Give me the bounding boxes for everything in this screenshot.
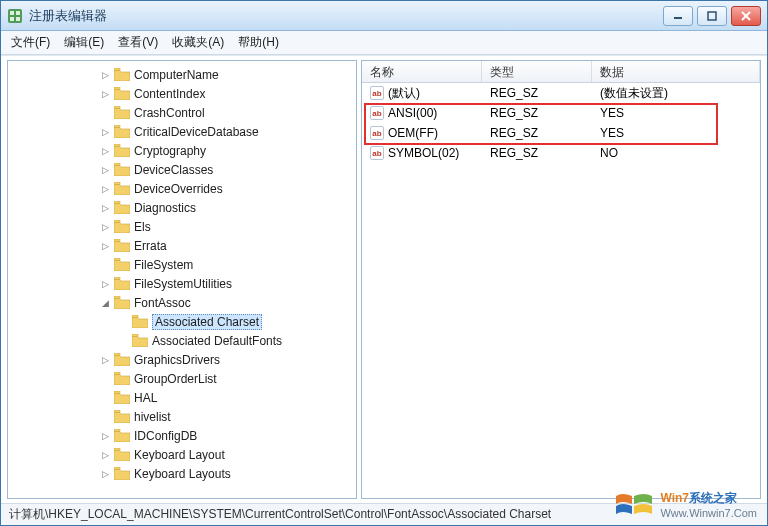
tree-item-label: IDConfigDB xyxy=(134,429,197,443)
minimize-button[interactable] xyxy=(663,6,693,26)
svg-rect-25 xyxy=(114,372,120,375)
svg-rect-14 xyxy=(114,163,120,166)
tree-item-label: CriticalDeviceDatabase xyxy=(134,125,259,139)
tree-item-label: hivelist xyxy=(134,410,171,424)
svg-rect-18 xyxy=(114,239,120,242)
tree-pane[interactable]: ▷ComputerName▷ContentIndexCrashControl▷C… xyxy=(7,60,357,499)
expand-icon[interactable]: ▷ xyxy=(98,429,112,443)
expand-icon[interactable]: ▷ xyxy=(98,163,112,177)
tree-item-label: ComputerName xyxy=(134,68,219,82)
svg-rect-12 xyxy=(114,125,120,128)
tree-item[interactable]: Associated Charset xyxy=(8,312,356,331)
value-row[interactable]: abANSI(00)REG_SZYES xyxy=(362,103,760,123)
tree-item[interactable]: ▷Keyboard Layouts xyxy=(8,464,356,483)
tree-item-label: Cryptography xyxy=(134,144,206,158)
tree-item-label: GraphicsDrivers xyxy=(134,353,220,367)
expand-icon[interactable]: ▷ xyxy=(98,277,112,291)
menu-file[interactable]: 文件(F) xyxy=(11,34,50,51)
tree-item[interactable]: ▷FileSystemUtilities xyxy=(8,274,356,293)
svg-rect-29 xyxy=(114,448,120,451)
value-row[interactable]: abSYMBOL(02)REG_SZNO xyxy=(362,143,760,163)
svg-rect-28 xyxy=(114,429,120,432)
folder-icon xyxy=(114,144,130,157)
tree-item[interactable]: FileSystem xyxy=(8,255,356,274)
collapse-icon[interactable]: ◢ xyxy=(98,296,112,310)
tree-item[interactable]: ▷DeviceClasses xyxy=(8,160,356,179)
expand-icon[interactable]: ▷ xyxy=(98,239,112,253)
maximize-icon xyxy=(707,11,717,21)
expand-icon[interactable]: ▷ xyxy=(98,220,112,234)
tree-item[interactable]: ▷DeviceOverrides xyxy=(8,179,356,198)
expand-icon[interactable]: ▷ xyxy=(98,182,112,196)
folder-icon xyxy=(114,467,130,480)
tree-item[interactable]: ▷CriticalDeviceDatabase xyxy=(8,122,356,141)
tree-item[interactable]: GroupOrderList xyxy=(8,369,356,388)
tree-item[interactable]: ▷GraphicsDrivers xyxy=(8,350,356,369)
tree-item[interactable]: ▷ComputerName xyxy=(8,65,356,84)
svg-rect-10 xyxy=(114,87,120,90)
expand-icon[interactable]: ▷ xyxy=(98,467,112,481)
app-window: 注册表编辑器 文件(F) 编辑(E) 查看(V) 收藏夹(A) 帮助(H) ▷C… xyxy=(0,0,768,526)
titlebar[interactable]: 注册表编辑器 xyxy=(1,1,767,31)
svg-rect-23 xyxy=(132,334,138,337)
value-data: NO xyxy=(592,146,760,160)
folder-icon xyxy=(114,106,130,119)
svg-rect-11 xyxy=(114,106,120,109)
tree-item[interactable]: ▷Diagnostics xyxy=(8,198,356,217)
value-data: YES xyxy=(592,126,760,140)
tree-item[interactable]: Associated DefaultFonts xyxy=(8,331,356,350)
menu-favorites[interactable]: 收藏夹(A) xyxy=(172,34,224,51)
maximize-button[interactable] xyxy=(697,6,727,26)
tree-item-label: ContentIndex xyxy=(134,87,205,101)
tree-item[interactable]: ◢FontAssoc xyxy=(8,293,356,312)
folder-icon xyxy=(114,201,130,214)
value-row[interactable]: ab(默认)REG_SZ(数值未设置) xyxy=(362,83,760,103)
grid-body: ab(默认)REG_SZ(数值未设置)abANSI(00)REG_SZYESab… xyxy=(362,83,760,498)
svg-rect-13 xyxy=(114,144,120,147)
toggle-spacer xyxy=(116,334,130,348)
expand-icon[interactable]: ▷ xyxy=(98,201,112,215)
expand-icon[interactable]: ▷ xyxy=(98,144,112,158)
tree-item[interactable]: hivelist xyxy=(8,407,356,426)
col-header-name[interactable]: 名称 xyxy=(362,61,482,82)
tree-item[interactable]: ▷Errata xyxy=(8,236,356,255)
svg-rect-19 xyxy=(114,258,120,261)
menu-view[interactable]: 查看(V) xyxy=(118,34,158,51)
tree-item[interactable]: ▷Els xyxy=(8,217,356,236)
tree-item[interactable]: ▷IDConfigDB xyxy=(8,426,356,445)
svg-rect-27 xyxy=(114,410,120,413)
expand-icon[interactable]: ▷ xyxy=(98,87,112,101)
expand-icon[interactable]: ▷ xyxy=(98,125,112,139)
menu-edit[interactable]: 编辑(E) xyxy=(64,34,104,51)
tree-item-label: HAL xyxy=(134,391,157,405)
menu-help[interactable]: 帮助(H) xyxy=(238,34,279,51)
toggle-spacer xyxy=(98,106,112,120)
folder-icon xyxy=(114,410,130,423)
tree-item[interactable]: HAL xyxy=(8,388,356,407)
expand-icon[interactable]: ▷ xyxy=(98,68,112,82)
folder-icon xyxy=(114,296,130,309)
toggle-spacer xyxy=(116,315,130,329)
tree-item-label: DeviceOverrides xyxy=(134,182,223,196)
menubar: 文件(F) 编辑(E) 查看(V) 收藏夹(A) 帮助(H) xyxy=(1,31,767,55)
expand-icon[interactable]: ▷ xyxy=(98,353,112,367)
tree-item-label: Associated Charset xyxy=(152,314,262,330)
registry-tree: ▷ComputerName▷ContentIndexCrashControl▷C… xyxy=(8,61,356,487)
tree-item[interactable]: ▷ContentIndex xyxy=(8,84,356,103)
tree-item-label: Keyboard Layouts xyxy=(134,467,231,481)
toggle-spacer xyxy=(98,391,112,405)
tree-item[interactable]: CrashControl xyxy=(8,103,356,122)
svg-rect-1 xyxy=(10,11,14,15)
expand-icon[interactable]: ▷ xyxy=(98,448,112,462)
value-name: (默认) xyxy=(388,85,420,102)
close-button[interactable] xyxy=(731,6,761,26)
col-header-type[interactable]: 类型 xyxy=(482,61,592,82)
value-row[interactable]: abOEM(FF)REG_SZYES xyxy=(362,123,760,143)
tree-item[interactable]: ▷Keyboard Layout xyxy=(8,445,356,464)
grid-header: 名称 类型 数据 xyxy=(362,61,760,83)
tree-item[interactable]: ▷Cryptography xyxy=(8,141,356,160)
folder-icon xyxy=(114,372,130,385)
col-header-data[interactable]: 数据 xyxy=(592,61,760,82)
window-title: 注册表编辑器 xyxy=(29,7,663,25)
values-pane[interactable]: 名称 类型 数据 ab(默认)REG_SZ(数值未设置)abANSI(00)RE… xyxy=(361,60,761,499)
